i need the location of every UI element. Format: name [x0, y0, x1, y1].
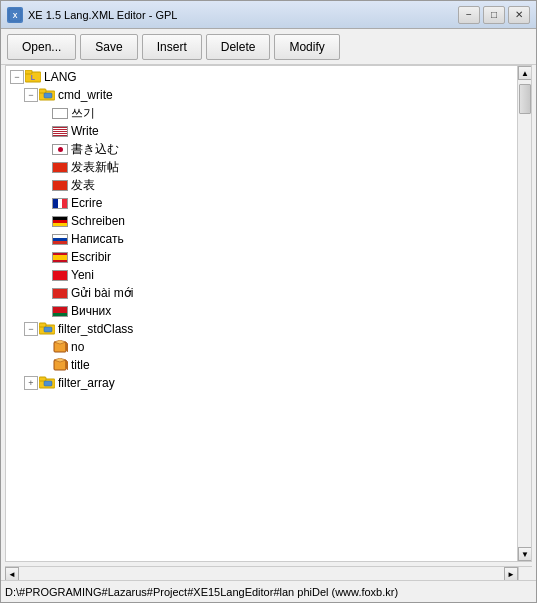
tree-item[interactable]: Write	[6, 122, 517, 140]
restore-button[interactable]: □	[483, 6, 505, 24]
expand-placeholder	[38, 232, 52, 246]
tree-panel[interactable]: − L LANG− cmd_write쓰기Write書き込む发表新帖发表Ecri…	[6, 66, 517, 561]
insert-button[interactable]: Insert	[142, 34, 202, 60]
tree-item-label: Написать	[71, 232, 124, 246]
scroll-up-button[interactable]: ▲	[518, 66, 532, 80]
folder-icon	[39, 88, 55, 102]
tree-item[interactable]: 쓰기	[6, 104, 517, 122]
tree-item-label: LANG	[44, 70, 77, 84]
collapse-button[interactable]: −	[24, 88, 38, 102]
vertical-scrollbar[interactable]: ▲ ▼	[517, 66, 531, 561]
tree-item[interactable]: Ecrire	[6, 194, 517, 212]
tree-item[interactable]: + filter_array	[6, 374, 517, 392]
tree-item[interactable]: Gửi bài mới	[6, 284, 517, 302]
window-controls: − □ ✕	[458, 6, 530, 24]
collapse-button[interactable]: −	[24, 322, 38, 336]
flag-jp-icon	[52, 144, 68, 155]
minimize-button[interactable]: −	[458, 6, 480, 24]
flag-tr-icon	[52, 270, 68, 281]
tree-item[interactable]: Вичних	[6, 302, 517, 320]
save-button[interactable]: Save	[80, 34, 137, 60]
expand-placeholder	[38, 124, 52, 138]
scroll-track-v[interactable]	[518, 80, 531, 547]
flag-ru-flag	[52, 232, 68, 246]
expand-placeholder	[38, 214, 52, 228]
expand-placeholder	[38, 268, 52, 282]
cube-icon	[52, 358, 68, 372]
title-bar: X XE 1.5 Lang.XML Editor - GPL − □ ✕	[1, 1, 536, 29]
tree-item-label: Ecrire	[71, 196, 102, 210]
tree-item-label: 書き込む	[71, 141, 119, 158]
expand-placeholder	[38, 106, 52, 120]
scroll-thumb-v[interactable]	[519, 84, 531, 114]
svg-rect-6	[39, 89, 46, 93]
tree-item[interactable]: − L LANG	[6, 68, 517, 86]
tree-item-label: Gửi bài mới	[71, 286, 133, 300]
status-text: D:\#PROGRAMING#Lazarus#Project#XE15LangE…	[5, 586, 532, 598]
close-button[interactable]: ✕	[508, 6, 530, 24]
open-button[interactable]: Open...	[7, 34, 76, 60]
cube-icon	[52, 340, 68, 354]
flag-kr-icon	[52, 108, 68, 119]
tree-item-label: Schreiben	[71, 214, 125, 228]
flag-jp-flag	[52, 142, 68, 156]
tree-item[interactable]: Yeni	[6, 266, 517, 284]
app-icon: X	[7, 7, 23, 23]
delete-button[interactable]: Delete	[206, 34, 271, 60]
tree-item[interactable]: − filter_stdClass	[6, 320, 517, 338]
flag-cn-flag	[52, 160, 68, 174]
folder-icon	[39, 322, 55, 336]
tree-item[interactable]: − cmd_write	[6, 86, 517, 104]
status-bar: D:\#PROGRAMING#Lazarus#Project#XE15LangE…	[1, 580, 536, 602]
collapse-button[interactable]: −	[10, 70, 24, 84]
tree-item[interactable]: title	[6, 356, 517, 374]
expand-placeholder	[38, 286, 52, 300]
tree-item[interactable]: Escribir	[6, 248, 517, 266]
flag-es-icon	[52, 252, 68, 263]
scroll-right-button[interactable]: ►	[504, 567, 518, 581]
title-bar-left: X XE 1.5 Lang.XML Editor - GPL	[7, 7, 177, 23]
tree-item[interactable]: Schreiben	[6, 212, 517, 230]
modify-button[interactable]: Modify	[274, 34, 339, 60]
expand-placeholder	[38, 178, 52, 192]
scroll-left-button[interactable]: ◄	[5, 567, 19, 581]
scroll-track-h[interactable]	[19, 567, 504, 580]
folder-icon	[39, 376, 55, 390]
tree-item[interactable]: no	[6, 338, 517, 356]
flag-ru-icon	[52, 234, 68, 245]
svg-rect-7	[44, 93, 52, 98]
horizontal-scrollbar[interactable]: ◄ ►	[5, 566, 518, 580]
expand-placeholder	[38, 160, 52, 174]
flag-cn-icon	[52, 162, 68, 173]
svg-rect-18	[39, 377, 46, 381]
svg-marker-16	[66, 360, 68, 370]
flag-fr-icon	[52, 198, 68, 209]
main-area: − L LANG− cmd_write쓰기Write書き込む发表新帖发表Ecri…	[5, 65, 532, 562]
tree-item-label: 쓰기	[71, 105, 95, 122]
flag-us-flag	[52, 124, 68, 138]
flag-de-flag	[52, 214, 68, 228]
tree-item[interactable]: Написать	[6, 230, 517, 248]
tree-item-label: 发表	[71, 177, 95, 194]
tree-item-label: cmd_write	[58, 88, 113, 102]
tree-item-label: Write	[71, 124, 99, 138]
tree-item[interactable]: 发表新帖	[6, 158, 517, 176]
flag-kr-flag	[52, 106, 68, 120]
expand-button[interactable]: +	[24, 376, 38, 390]
flag-cn-icon	[52, 180, 68, 191]
flag-fr-flag	[52, 196, 68, 210]
svg-marker-13	[66, 342, 68, 352]
flag-us-icon	[52, 126, 68, 137]
tree-item[interactable]: 发表	[6, 176, 517, 194]
scroll-down-button[interactable]: ▼	[518, 547, 532, 561]
expand-placeholder	[38, 358, 52, 372]
svg-text:X: X	[13, 12, 18, 19]
expand-placeholder	[38, 142, 52, 156]
expand-placeholder	[38, 196, 52, 210]
tree-item-label: no	[71, 340, 84, 354]
window-title: XE 1.5 Lang.XML Editor - GPL	[28, 9, 177, 21]
root-icon: L	[25, 70, 41, 84]
flag-es-flag	[52, 250, 68, 264]
svg-rect-9	[39, 323, 46, 327]
tree-item[interactable]: 書き込む	[6, 140, 517, 158]
